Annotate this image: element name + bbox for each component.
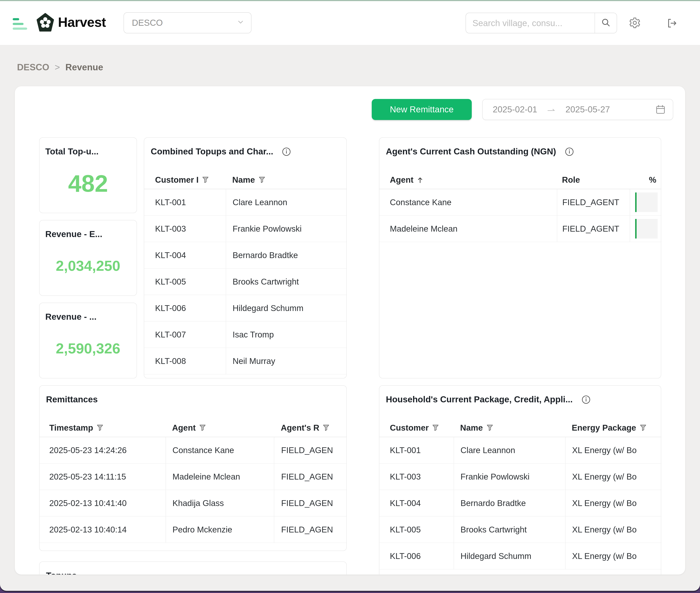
table-row[interactable]: KLT-004Bernardo Bradtke: [144, 242, 346, 269]
table-cell: XL Energy (w/ Bo: [565, 464, 661, 490]
table-row[interactable]: 2025-02-13 10:41:40Khadija GlassFIELD_AG…: [40, 490, 346, 516]
table-cell: KLT-005: [144, 269, 226, 295]
date-range-start[interactable]: 2025-02-01: [493, 105, 537, 115]
menu-icon[interactable]: [13, 18, 29, 30]
table-row[interactable]: KLT-005Brooks CartwrightXL Energy (w/ Bo: [379, 516, 661, 543]
table-cell: Constance Kane: [166, 437, 274, 463]
org-select[interactable]: DESCO: [124, 12, 251, 33]
column-header[interactable]: Agent: [379, 175, 557, 185]
table-cell: FIELD_AGEN: [274, 490, 346, 516]
new-remittance-button[interactable]: New Remittance: [372, 99, 472, 120]
table-cell: KLT-001: [379, 437, 454, 463]
breadcrumb-org[interactable]: DESCO: [17, 62, 49, 73]
search-button[interactable]: [594, 13, 617, 33]
info-icon[interactable]: [565, 147, 574, 156]
filter-icon[interactable]: [486, 425, 493, 431]
table-body: Constance KaneFIELD_AGENTMadeleine Mclea…: [379, 189, 661, 378]
table-row[interactable]: Constance KaneFIELD_AGENT: [379, 189, 661, 216]
filter-icon[interactable]: [323, 425, 330, 431]
column-header[interactable]: Energy Package: [565, 423, 661, 433]
table-cell: Brooks Cartwright: [226, 269, 346, 295]
table-cell: 2025-05-23 14:24:26: [40, 437, 166, 463]
column-label: Role: [562, 175, 580, 185]
column-label: Timestamp: [49, 423, 93, 433]
table-row[interactable]: KLT-005Brooks Cartwright: [144, 269, 346, 295]
table-cell: [630, 216, 661, 242]
column-header[interactable]: Timestamp: [40, 423, 166, 433]
table-row[interactable]: KLT-006Hildegard SchummXL Energy (w/ Bo: [379, 543, 661, 569]
table-title: Household's Current Package, Credit, App…: [386, 394, 573, 404]
top-bar: Harvest DESCO: [0, 1, 700, 45]
filter-icon[interactable]: [199, 425, 206, 431]
sort-asc-icon[interactable]: [417, 176, 423, 184]
household-package-table: Household's Current Package, Credit, App…: [379, 385, 661, 575]
page: Harvest DESCO: [0, 0, 700, 593]
topups-table: Topups: [39, 561, 347, 575]
column-header[interactable]: Role: [557, 175, 630, 185]
filter-icon[interactable]: [433, 425, 439, 431]
column-label: Name: [460, 423, 483, 433]
table-cell: Constance Kane: [379, 189, 557, 215]
table-cell: 2025-02-13 10:40:14: [40, 516, 166, 543]
table-cell: KLT-003: [144, 216, 226, 242]
table-row[interactable]: KLT-003Frankie Powlowski: [144, 216, 346, 242]
column-header[interactable]: Customer I: [144, 175, 226, 185]
table-cell: KLT-008: [144, 348, 226, 374]
column-header[interactable]: Agent: [166, 423, 274, 433]
filter-icon[interactable]: [202, 176, 209, 184]
date-range-picker[interactable]: 2025-02-01 2025-05-27: [482, 99, 673, 120]
table-cell: KLT-003: [379, 464, 454, 490]
column-header[interactable]: Name: [226, 175, 346, 185]
table-row[interactable]: KLT-008Neil Murray: [144, 348, 346, 374]
table-title: Topups: [46, 570, 77, 575]
table-row[interactable]: Madeleine McleanFIELD_AGENT: [379, 216, 661, 242]
column-label: Customer: [390, 423, 429, 433]
table-row[interactable]: KLT-003Frankie PowlowskiXL Energy (w/ Bo: [379, 464, 661, 490]
table-row[interactable]: KLT-006Hildegard Schumm: [144, 295, 346, 321]
table-row[interactable]: KLT-001Clare Leannon: [144, 189, 346, 216]
column-header[interactable]: %: [630, 175, 661, 185]
table-cell: Clare Leannon: [226, 189, 346, 215]
table-row[interactable]: KLT-004Bernardo BradtkeXL Energy (w/ Bo: [379, 490, 661, 516]
table-row[interactable]: 2025-05-23 14:24:26Constance KaneFIELD_A…: [40, 437, 346, 464]
table-body: KLT-001Clare LeannonKLT-003Frankie Powlo…: [144, 189, 346, 378]
table-row[interactable]: 2025-02-13 10:40:14Pedro MckenzieFIELD_A…: [40, 516, 346, 543]
table-row[interactable]: 2025-05-23 14:11:15Madeleine McleanFIELD…: [40, 464, 346, 490]
table-cell: Madeleine Mclean: [166, 464, 274, 490]
table-row[interactable]: KLT-001Clare LeannonXL Energy (w/ Bo: [379, 437, 661, 464]
column-header[interactable]: Agent's R: [274, 423, 346, 433]
table-body: 2025-05-23 14:24:26Constance KaneFIELD_A…: [40, 437, 346, 551]
remittances-table: Remittances TimestampAgentAgent's R 2025…: [39, 385, 347, 551]
filter-icon[interactable]: [258, 176, 265, 184]
logout-button[interactable]: [666, 17, 677, 31]
harvest-logo-icon: [36, 13, 55, 33]
stat-card-revenue-expected: Revenue - E... 2,034,250: [39, 220, 137, 296]
table-header-row: Customer IName: [144, 171, 346, 189]
table-cell: KLT-005: [379, 516, 454, 543]
table-cell: Frankie Powlowski: [454, 464, 565, 490]
arrow-right-icon: [547, 106, 556, 113]
search-input[interactable]: [466, 13, 594, 33]
filter-icon[interactable]: [97, 425, 103, 431]
breadcrumb-page: Revenue: [66, 62, 103, 73]
chevron-down-icon: [237, 18, 245, 28]
settings-button[interactable]: [629, 17, 641, 31]
calendar-icon[interactable]: [655, 105, 666, 115]
info-icon[interactable]: [581, 395, 590, 404]
table-cell: Isac Tromp: [226, 321, 346, 348]
column-label: Energy Package: [572, 423, 636, 433]
table-title: Agent's Current Cash Outstanding (NGN): [386, 147, 556, 157]
filter-icon[interactable]: [640, 425, 646, 431]
column-header[interactable]: Customer: [379, 423, 454, 433]
table-cell: XL Energy (w/ Bo: [565, 543, 661, 569]
stat-value: 2,590,326: [40, 319, 136, 378]
table-cell: KLT-004: [379, 490, 454, 516]
table-row[interactable]: KLT-007Isac Tromp: [144, 321, 346, 348]
column-header[interactable]: Name: [454, 423, 565, 433]
table-cell: XL Energy (w/ Bo: [565, 516, 661, 543]
table-cell: KLT-001: [144, 189, 226, 215]
date-range-end[interactable]: 2025-05-27: [566, 105, 610, 115]
app-window: Harvest DESCO: [0, 0, 700, 591]
table-header-row: TimestampAgentAgent's R: [40, 419, 346, 437]
info-icon[interactable]: [282, 147, 291, 156]
